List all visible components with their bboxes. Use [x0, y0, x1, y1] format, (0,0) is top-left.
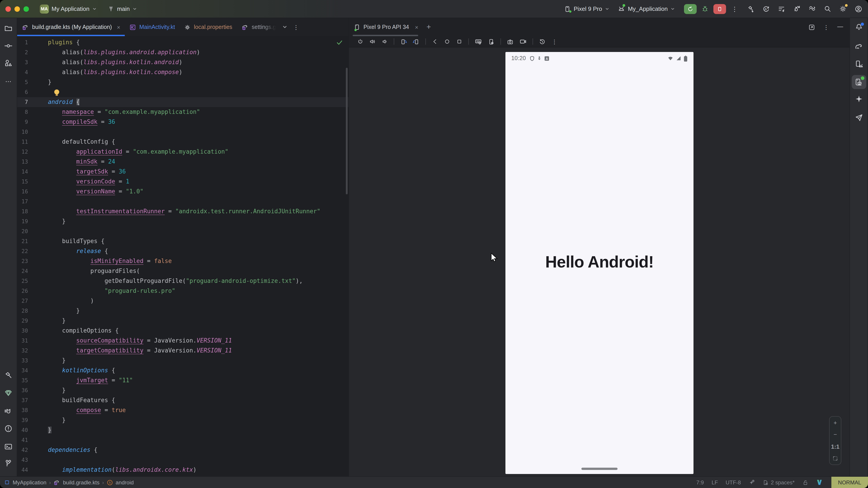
- line-number[interactable]: 16: [17, 187, 28, 197]
- device-selector[interactable]: Pixel 9 Pro: [564, 5, 610, 12]
- keyboard-input-button[interactable]: [475, 38, 482, 45]
- line-number[interactable]: 30: [17, 326, 28, 336]
- fit-to-window-icon[interactable]: [832, 456, 838, 462]
- line-number[interactable]: 35: [17, 376, 28, 385]
- emulator-screen[interactable]: 10:20 A Hello Android!: [505, 52, 693, 474]
- line-number[interactable]: 11: [17, 137, 28, 147]
- line-number[interactable]: 22: [17, 246, 28, 256]
- line-number[interactable]: 36: [17, 385, 28, 395]
- code-line[interactable]: 6: [17, 87, 348, 97]
- code-line[interactable]: 33 }: [17, 356, 348, 365]
- problems-tool-button[interactable]: [0, 424, 17, 433]
- code-line[interactable]: 11 defaultConfig {: [17, 137, 348, 147]
- code-line[interactable]: 24 proguardFiles(: [17, 266, 348, 276]
- running-devices-tool-button[interactable]: [850, 78, 868, 86]
- line-number[interactable]: 13: [17, 157, 28, 167]
- code-line[interactable]: 35 jvmTarget = "11": [17, 376, 348, 385]
- line-number[interactable]: 23: [17, 256, 28, 266]
- line-number[interactable]: 6: [17, 87, 28, 97]
- line-number[interactable]: 18: [17, 206, 28, 217]
- rotate-right-button[interactable]: [413, 38, 420, 45]
- line-number[interactable]: 5: [17, 77, 28, 87]
- line-number[interactable]: 31: [17, 336, 28, 346]
- power-button[interactable]: [357, 38, 364, 45]
- zoom-out-button[interactable]: −: [833, 432, 837, 437]
- code-line[interactable]: 14 targetSdk = 36: [17, 167, 348, 177]
- quickfix-lightbulb-icon[interactable]: [54, 90, 59, 94]
- code-line[interactable]: 23 isMinifyEnabled = false: [17, 256, 348, 266]
- line-number[interactable]: 25: [17, 276, 28, 286]
- close-device-tab-icon[interactable]: ×: [415, 24, 418, 31]
- line-number[interactable]: 29: [17, 316, 28, 326]
- code-line[interactable]: 25 getDefaultProguardFile("proguard-andr…: [17, 276, 348, 286]
- code-line[interactable]: 39 }: [17, 415, 348, 425]
- gradle-tool-button[interactable]: [850, 42, 868, 51]
- ideavim-icon[interactable]: [816, 479, 823, 486]
- code-line[interactable]: 26 "proguard-rules.pro": [17, 286, 348, 296]
- close-tab-icon[interactable]: ×: [117, 24, 120, 31]
- code-line[interactable]: 19 }: [17, 217, 348, 226]
- code-line[interactable]: 29 }: [17, 316, 348, 326]
- gemini-tool-button[interactable]: [850, 95, 868, 103]
- project-selector[interactable]: MA My Application: [40, 4, 97, 13]
- line-number[interactable]: 9: [17, 117, 28, 127]
- code-line[interactable]: 13 minSdk = 24: [17, 157, 348, 167]
- line-number[interactable]: 4: [17, 67, 28, 77]
- inspections-ok-icon[interactable]: [336, 40, 343, 45]
- line-number[interactable]: 44: [17, 465, 28, 475]
- logcat-tool-button[interactable]: [0, 407, 17, 416]
- device-manager-tool-button[interactable]: [850, 60, 868, 68]
- code-line[interactable]: 17: [17, 197, 348, 206]
- code-line[interactable]: 15 versionCode = 1: [17, 177, 348, 187]
- code-line[interactable]: 8 namespace = "com.example.myapplication…: [17, 107, 348, 117]
- tab-local-properties[interactable]: local.properties: [180, 18, 237, 36]
- line-number[interactable]: 41: [17, 435, 28, 445]
- more-tool-windows-button[interactable]: ⋯: [0, 78, 17, 85]
- more-run-options-button[interactable]: ⋮: [731, 5, 739, 12]
- account-button[interactable]: [855, 5, 863, 13]
- build-tool-button[interactable]: [0, 371, 17, 380]
- code-line[interactable]: 43: [17, 455, 348, 465]
- code-line[interactable]: 10: [17, 127, 348, 137]
- notifications-button[interactable]: [850, 23, 868, 31]
- breadcrumb-file[interactable]: build.gradle.kts: [63, 479, 99, 486]
- code-line[interactable]: 1plugins {: [17, 37, 348, 47]
- code-line[interactable]: 20: [17, 226, 348, 236]
- line-number[interactable]: 12: [17, 147, 28, 157]
- volume-down-button[interactable]: [381, 38, 388, 45]
- code-line[interactable]: 37 buildFeatures {: [17, 395, 348, 405]
- add-device-tab-button[interactable]: +: [422, 23, 436, 32]
- resource-manager-tool-button[interactable]: [0, 59, 17, 67]
- attach-debugger-button[interactable]: [793, 5, 801, 13]
- code-line[interactable]: 44 implementation(libs.androidx.core.ktx…: [17, 465, 348, 475]
- emulator-more-button[interactable]: ⋮: [552, 38, 557, 45]
- line-number[interactable]: 43: [17, 455, 28, 465]
- code-line[interactable]: 40}: [17, 425, 348, 435]
- line-number[interactable]: 32: [17, 346, 28, 356]
- code-line[interactable]: 2 alias(libs.plugins.android.application…: [17, 47, 348, 57]
- code-line[interactable]: 41: [17, 435, 348, 445]
- device-tab[interactable]: Pixel 9 Pro API 34 ×: [349, 18, 422, 36]
- lock-open-icon[interactable]: [802, 479, 808, 486]
- line-number[interactable]: 24: [17, 266, 28, 276]
- code-line[interactable]: 3 alias(libs.plugins.kotlin.android): [17, 57, 348, 67]
- line-number[interactable]: 34: [17, 365, 28, 376]
- version-control-tool-button[interactable]: [0, 459, 17, 468]
- line-number[interactable]: 7: [17, 97, 28, 107]
- open-in-window-icon[interactable]: [808, 24, 815, 31]
- code-line[interactable]: 31 sourceCompatibility = JavaVersion.VER…: [17, 336, 348, 346]
- line-number[interactable]: 28: [17, 306, 28, 316]
- settings-button[interactable]: [839, 5, 847, 13]
- code-line[interactable]: 18 testInstrumentationRunner = "androidx…: [17, 206, 348, 217]
- line-number[interactable]: 8: [17, 107, 28, 117]
- line-number[interactable]: 20: [17, 226, 28, 236]
- code-line[interactable]: 32 targetCompatibility = JavaVersion.VER…: [17, 346, 348, 356]
- branch-selector[interactable]: main: [107, 5, 137, 12]
- build-button[interactable]: [747, 5, 754, 13]
- line-number[interactable]: 21: [17, 236, 28, 246]
- volume-up-button[interactable]: [369, 38, 376, 45]
- code-line[interactable]: 42dependencies {: [17, 445, 348, 455]
- tab-build-gradle[interactable]: K build.gradle.kts (My Application) ×: [17, 18, 125, 36]
- minimize-window-button[interactable]: [14, 6, 20, 11]
- line-number[interactable]: 10: [17, 127, 28, 137]
